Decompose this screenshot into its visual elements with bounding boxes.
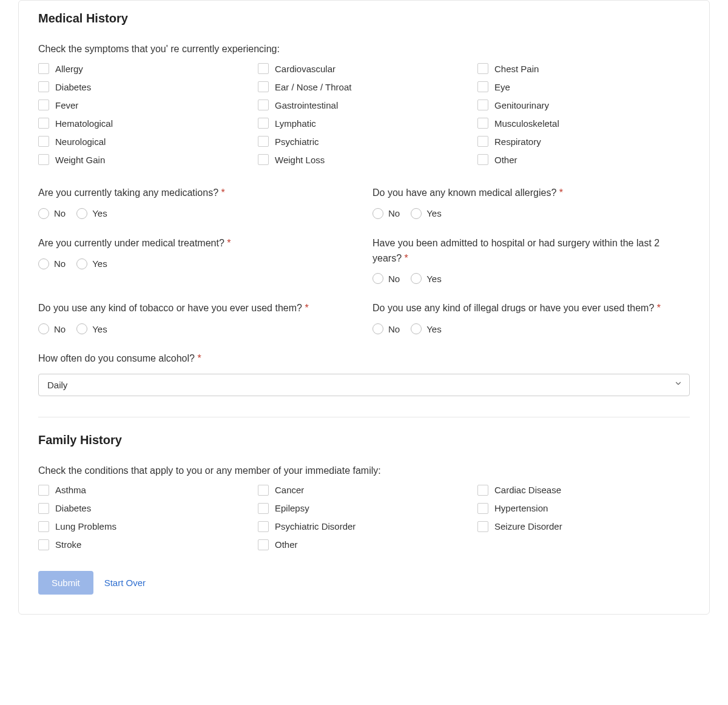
checkbox-icon[interactable] xyxy=(258,81,269,92)
radio-group: NoYes xyxy=(38,323,356,334)
radio-icon[interactable] xyxy=(411,208,422,219)
symptom-other[interactable]: Other xyxy=(477,154,690,165)
radio-icon[interactable] xyxy=(411,323,422,334)
symptom-chest-pain[interactable]: Chest Pain xyxy=(477,63,690,74)
radio-icon[interactable] xyxy=(76,258,87,269)
checkbox-label: Genitourinary xyxy=(494,100,549,110)
checkbox-icon[interactable] xyxy=(258,136,269,147)
checkbox-icon[interactable] xyxy=(477,81,488,92)
condition-diabetes[interactable]: Diabetes xyxy=(38,503,251,514)
condition-stroke[interactable]: Stroke xyxy=(38,539,251,550)
alcohol-question-label: How often do you consume alcohol? * xyxy=(38,351,690,366)
symptom-respiratory[interactable]: Respiratory xyxy=(477,136,690,147)
section-divider xyxy=(38,417,690,417)
symptom-allergy[interactable]: Allergy xyxy=(38,63,251,74)
checkbox-icon[interactable] xyxy=(258,100,269,110)
checkbox-icon[interactable] xyxy=(477,521,488,532)
condition-epilepsy[interactable]: Epilepsy xyxy=(258,503,470,514)
checkbox-label: Musculoskeletal xyxy=(494,118,559,129)
checkbox-icon[interactable] xyxy=(38,503,49,514)
radio-icon[interactable] xyxy=(38,258,49,269)
symptom-cardiovascular[interactable]: Cardiovascular xyxy=(258,63,470,74)
radio-option-no[interactable]: No xyxy=(38,323,66,334)
symptom-musculoskeletal[interactable]: Musculoskeletal xyxy=(477,118,690,129)
condition-cancer[interactable]: Cancer xyxy=(258,485,470,496)
symptom-diabetes[interactable]: Diabetes xyxy=(38,81,251,92)
radio-option-no[interactable]: No xyxy=(372,273,400,284)
checkbox-icon[interactable] xyxy=(477,118,488,129)
checkbox-icon[interactable] xyxy=(38,154,49,165)
start-over-link[interactable]: Start Over xyxy=(104,578,146,588)
radio-icon[interactable] xyxy=(411,273,422,284)
symptom-weight-loss[interactable]: Weight Loss xyxy=(258,154,470,165)
radio-icon[interactable] xyxy=(38,208,49,219)
symptom-neurological[interactable]: Neurological xyxy=(38,136,251,147)
question-3: Are you currently under medical treatmen… xyxy=(38,236,356,285)
checkbox-icon[interactable] xyxy=(38,63,49,74)
radio-option-no[interactable]: No xyxy=(372,208,400,219)
checkbox-icon[interactable] xyxy=(258,521,269,532)
radio-option-yes[interactable]: Yes xyxy=(411,273,441,284)
checkbox-icon[interactable] xyxy=(38,100,49,110)
submit-button[interactable]: Submit xyxy=(38,571,93,595)
checkbox-icon[interactable] xyxy=(477,503,488,514)
symptom-eye[interactable]: Eye xyxy=(477,81,690,92)
symptom-psychiatric[interactable]: Psychiatric xyxy=(258,136,470,147)
radio-option-yes[interactable]: Yes xyxy=(76,258,107,269)
checkbox-icon[interactable] xyxy=(258,503,269,514)
checkbox-icon[interactable] xyxy=(477,100,488,110)
checkbox-icon[interactable] xyxy=(38,485,49,496)
checkbox-label: Lymphatic xyxy=(275,118,316,129)
checkbox-icon[interactable] xyxy=(258,154,269,165)
checkbox-icon[interactable] xyxy=(258,118,269,129)
checkbox-icon[interactable] xyxy=(477,485,488,496)
radio-option-yes[interactable]: Yes xyxy=(76,208,107,219)
checkbox-icon[interactable] xyxy=(38,521,49,532)
required-marker: * xyxy=(227,238,231,248)
radio-label: Yes xyxy=(92,324,107,334)
radio-option-no[interactable]: No xyxy=(38,258,66,269)
radio-icon[interactable] xyxy=(76,323,87,334)
radio-option-no[interactable]: No xyxy=(372,323,400,334)
checkbox-icon[interactable] xyxy=(38,539,49,550)
checkbox-icon[interactable] xyxy=(477,63,488,74)
symptom-weight-gain[interactable]: Weight Gain xyxy=(38,154,251,165)
radio-icon[interactable] xyxy=(38,323,49,334)
alcohol-select[interactable]: Daily xyxy=(38,374,690,396)
checkbox-icon[interactable] xyxy=(38,118,49,129)
condition-psychiatric-disorder[interactable]: Psychiatric Disorder xyxy=(258,521,470,532)
alcohol-select-value[interactable]: Daily xyxy=(38,374,690,396)
checkbox-icon[interactable] xyxy=(38,81,49,92)
checkbox-icon[interactable] xyxy=(258,485,269,496)
radio-option-no[interactable]: No xyxy=(38,208,66,219)
required-marker: * xyxy=(657,303,661,313)
condition-lung-problems[interactable]: Lung Problems xyxy=(38,521,251,532)
checkbox-icon[interactable] xyxy=(477,154,488,165)
condition-asthma[interactable]: Asthma xyxy=(38,485,251,496)
symptom-hematological[interactable]: Hematological xyxy=(38,118,251,129)
symptom-lymphatic[interactable]: Lymphatic xyxy=(258,118,470,129)
symptom-fever[interactable]: Fever xyxy=(38,100,251,110)
radio-option-yes[interactable]: Yes xyxy=(411,208,441,219)
checkbox-icon[interactable] xyxy=(258,63,269,74)
radio-icon[interactable] xyxy=(372,208,383,219)
condition-cardiac-disease[interactable]: Cardiac Disease xyxy=(477,485,690,496)
condition-hypertension[interactable]: Hypertension xyxy=(477,503,690,514)
radio-option-yes[interactable]: Yes xyxy=(411,323,441,334)
condition-seizure-disorder[interactable]: Seizure Disorder xyxy=(477,521,690,532)
symptom-ear-nose-throat[interactable]: Ear / Nose / Throat xyxy=(258,81,470,92)
checkbox-icon[interactable] xyxy=(258,539,269,550)
checkbox-icon[interactable] xyxy=(477,136,488,147)
family-history-title: Family History xyxy=(38,433,690,447)
condition-other[interactable]: Other xyxy=(258,539,470,550)
checkbox-label: Diabetes xyxy=(55,503,91,513)
checkbox-label: Chest Pain xyxy=(494,64,539,74)
symptom-genitourinary[interactable]: Genitourinary xyxy=(477,100,690,110)
radio-icon[interactable] xyxy=(76,208,87,219)
symptom-gastrointestinal[interactable]: Gastrointestinal xyxy=(258,100,470,110)
radio-option-yes[interactable]: Yes xyxy=(76,323,107,334)
radio-icon[interactable] xyxy=(372,323,383,334)
checkbox-label: Other xyxy=(275,539,298,550)
checkbox-icon[interactable] xyxy=(38,136,49,147)
radio-icon[interactable] xyxy=(372,273,383,284)
